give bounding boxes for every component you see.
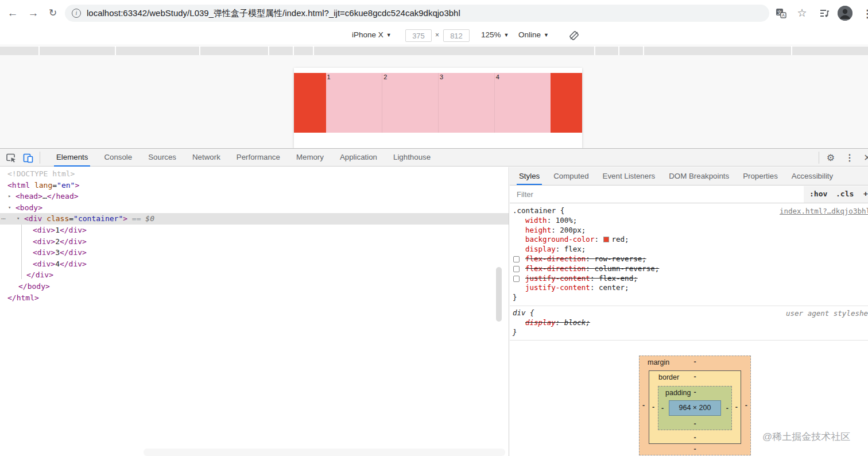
- viewport-width-input[interactable]: [405, 29, 432, 42]
- styles-rules: .container {index.html?…dkqjo3bhlwidth: …: [510, 204, 868, 341]
- css-declaration[interactable]: height: 200px;: [510, 226, 868, 235]
- dom-tree-row[interactable]: <div>4</div>: [0, 258, 509, 270]
- zoom-select[interactable]: 125%▼: [481, 30, 509, 39]
- toggle-element-state-button[interactable]: :hov: [809, 190, 827, 198]
- tab-application[interactable]: Application: [332, 149, 385, 167]
- margin-label: margin: [648, 358, 669, 366]
- devtools-menu-icon[interactable]: ⋮: [844, 153, 855, 163]
- tab-lighthouse[interactable]: Lighthouse: [385, 149, 439, 167]
- browser-menu-icon[interactable]: ⋮: [861, 7, 868, 20]
- css-declaration[interactable]: flex-direction: row-reverse;: [510, 254, 868, 264]
- row-options-dots[interactable]: ⋯: [1, 213, 5, 225]
- rule-source-link[interactable]: user agent stylesheet: [786, 309, 868, 319]
- dom-tree-row[interactable]: ⋯▾<div class="container"> == $0: [0, 213, 509, 225]
- expand-arrow-icon[interactable]: ▾: [8, 202, 11, 214]
- css-declaration[interactable]: width: 100%;: [510, 216, 868, 226]
- css-selector[interactable]: .container {: [510, 206, 564, 215]
- element-classes-button[interactable]: .cls: [836, 190, 854, 198]
- expand-arrow-icon[interactable]: ▸: [8, 191, 11, 202]
- address-bar[interactable]: i localhost:63342/webStudy/L039_弹性盒子模型属性…: [65, 5, 769, 22]
- tab-network[interactable]: Network: [184, 149, 228, 167]
- toolbar-divider: [819, 152, 819, 164]
- tab-memory[interactable]: Memory: [288, 149, 332, 167]
- tab-console[interactable]: Console: [96, 149, 140, 167]
- toolbar-divider: [40, 152, 40, 164]
- rotate-viewport-icon[interactable]: [568, 30, 580, 41]
- dom-tree-row[interactable]: </div>: [0, 269, 509, 281]
- close-icon[interactable]: ✕: [862, 153, 868, 163]
- box-model-border[interactable]: border - - - - padding - - - - 964 × 2: [649, 370, 741, 444]
- chevron-down-icon: ▼: [504, 32, 509, 38]
- dom-tree-row[interactable]: </html>: [0, 292, 509, 304]
- translate-icon[interactable]: 文A: [775, 7, 788, 20]
- elements-scrollbar[interactable]: [496, 267, 502, 322]
- sidebar-tab-computed[interactable]: Computed: [547, 167, 595, 185]
- chevron-down-icon: ▼: [544, 32, 549, 38]
- emulated-page: 1234: [294, 68, 582, 148]
- tab-performance[interactable]: Performance: [228, 149, 288, 167]
- dom-tree-row[interactable]: <div>2</div>: [0, 236, 509, 248]
- sidebar-tab-event-listeners[interactable]: Event Listeners: [596, 167, 662, 185]
- styles-filter-input[interactable]: [510, 186, 804, 203]
- css-declaration[interactable]: display: flex;: [510, 245, 868, 254]
- styles-sidebar: StylesComputedEvent ListenersDOM Breakpo…: [510, 167, 868, 456]
- padding-label: padding: [665, 389, 691, 397]
- back-icon[interactable]: ←: [6, 6, 20, 20]
- css-declaration[interactable]: justify-content: center;: [510, 283, 868, 293]
- dom-tree-row[interactable]: </body>: [0, 281, 509, 292]
- throttling-select[interactable]: Online▼: [518, 30, 549, 39]
- declaration-checkbox[interactable]: [513, 266, 520, 272]
- elements-horizontal-scrollbar[interactable]: [144, 449, 505, 456]
- settings-gear-icon[interactable]: ⚙: [826, 153, 836, 163]
- css-declaration[interactable]: background-color: red;: [510, 235, 868, 245]
- dom-tree-row[interactable]: <!DOCTYPE html>: [0, 168, 509, 180]
- css-declaration[interactable]: display: block;: [510, 318, 868, 328]
- new-style-rule-button[interactable]: +: [863, 190, 868, 198]
- tab-sources[interactable]: Sources: [140, 149, 184, 167]
- inspect-element-icon[interactable]: [5, 152, 17, 164]
- css-selector[interactable]: div {: [510, 308, 534, 317]
- dom-tree-row[interactable]: ▸<head>…</head>: [0, 191, 509, 202]
- css-declaration[interactable]: justify-content: flex-end;: [510, 274, 868, 284]
- dom-tree-row[interactable]: <html lang="en">: [0, 180, 509, 191]
- device-toolbar-toggle-icon[interactable]: [22, 152, 34, 164]
- box-model-content[interactable]: 964 × 200: [669, 400, 721, 416]
- expand-arrow-icon[interactable]: ▾: [17, 213, 20, 225]
- dom-tree-row[interactable]: <div>1</div>: [0, 225, 509, 236]
- sidebar-tab-styles[interactable]: Styles: [512, 167, 547, 185]
- preview-item: 1: [326, 73, 382, 133]
- sidebar-tab-accessibility[interactable]: Accessibility: [785, 167, 840, 185]
- color-swatch[interactable]: [603, 237, 609, 242]
- preview-item: 4: [494, 73, 551, 133]
- media-controls-icon[interactable]: [819, 7, 831, 20]
- styles-filter-row: :hov .cls +: [510, 186, 868, 203]
- bookmark-star-icon[interactable]: ☆: [796, 7, 808, 20]
- device-viewport-area: 1234: [0, 55, 868, 148]
- elements-tree: <!DOCTYPE html><html lang="en">▸<head>…<…: [0, 168, 509, 303]
- elements-panel: <!DOCTYPE html><html lang="en">▸<head>…<…: [0, 167, 509, 456]
- watermark: @稀土掘金技术社区: [762, 430, 850, 443]
- sidebar-tabs: StylesComputedEvent ListenersDOM Breakpo…: [510, 167, 868, 186]
- tab-elements[interactable]: Elements: [48, 149, 96, 167]
- url-text: localhost:63342/webStudy/L039_弹性盒子模型属性/i…: [87, 8, 460, 19]
- devtools-tabs: ElementsConsoleSourcesNetworkPerformance…: [48, 149, 439, 167]
- box-model-padding[interactable]: padding - - - - 964 × 200: [658, 386, 732, 430]
- declaration-checkbox[interactable]: [513, 256, 520, 262]
- dimensions-times-label: ×: [435, 31, 439, 39]
- border-label: border: [658, 373, 679, 381]
- viewport-height-input[interactable]: [443, 29, 470, 42]
- forward-icon[interactable]: →: [26, 6, 40, 20]
- rule-source-link[interactable]: index.html?…dkqjo3bhl: [780, 207, 868, 217]
- box-model-margin[interactable]: margin - - - - border - - - - padding -: [639, 355, 751, 455]
- profile-avatar[interactable]: [838, 6, 852, 21]
- site-info-icon[interactable]: i: [72, 9, 81, 18]
- device-select[interactable]: iPhone X▼: [352, 30, 392, 39]
- reload-icon[interactable]: ↻: [46, 6, 60, 20]
- declaration-checkbox[interactable]: [513, 276, 520, 282]
- sidebar-tab-properties[interactable]: Properties: [736, 167, 785, 185]
- chevron-down-icon: ▼: [386, 32, 392, 38]
- css-declaration[interactable]: flex-direction: column-reverse;: [510, 264, 868, 274]
- sidebar-tab-dom-breakpoints[interactable]: DOM Breakpoints: [662, 167, 736, 185]
- dom-tree-row[interactable]: <div>3</div>: [0, 247, 509, 258]
- dom-tree-row[interactable]: ▾<body>: [0, 202, 509, 214]
